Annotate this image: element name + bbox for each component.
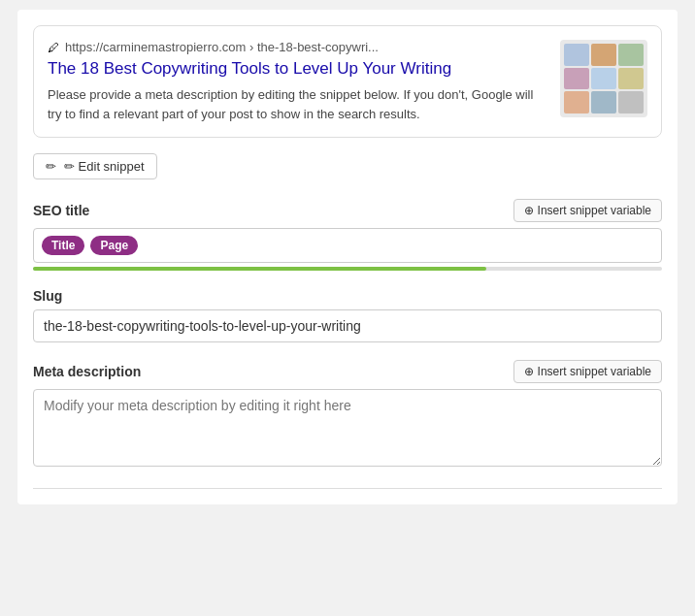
meta-description-textarea[interactable] bbox=[33, 389, 662, 467]
meta-description-section: Meta description ⊕ Insert snippet variab… bbox=[33, 360, 662, 470]
thumb-cell-7 bbox=[564, 91, 589, 113]
thumb-cell-6 bbox=[618, 68, 644, 90]
plus-circle-icon: ⊕ bbox=[524, 204, 534, 217]
seo-title-input[interactable]: Title Page bbox=[33, 228, 662, 263]
slug-section: Slug bbox=[33, 288, 662, 342]
tag-page[interactable]: Page bbox=[90, 236, 138, 255]
seo-title-insert-label: Insert snippet variable bbox=[538, 204, 651, 217]
edit-pencil-icon: ✏ bbox=[46, 159, 56, 174]
plus-circle-icon-2: ⊕ bbox=[524, 365, 534, 378]
seo-title-progress-bar bbox=[33, 267, 662, 271]
slug-input[interactable] bbox=[33, 309, 662, 342]
thumb-cell-2 bbox=[591, 44, 616, 66]
preview-title[interactable]: The 18 Best Copywriting Tools to Level U… bbox=[48, 58, 546, 80]
preview-description: Please provide a meta description by edi… bbox=[48, 85, 546, 123]
meta-description-label: Meta description bbox=[33, 364, 141, 379]
edit-snippet-label: ✏ Edit snippet bbox=[64, 159, 145, 174]
bottom-divider bbox=[33, 488, 662, 489]
thumb-cell-5 bbox=[591, 68, 616, 90]
pencil-icon: 🖊 bbox=[48, 41, 59, 54]
preview-thumbnail bbox=[560, 40, 647, 117]
preview-url: https://carminemastropierro.com › the-18… bbox=[65, 40, 379, 54]
main-container: 🖊 https://carminemastropierro.com › the-… bbox=[17, 10, 678, 504]
tag-title[interactable]: Title bbox=[42, 236, 84, 255]
meta-description-header: Meta description ⊕ Insert snippet variab… bbox=[33, 360, 662, 383]
thumb-cell-8 bbox=[591, 91, 616, 113]
meta-description-insert-label: Insert snippet variable bbox=[538, 365, 651, 378]
seo-title-section: SEO title ⊕ Insert snippet variable Titl… bbox=[33, 199, 662, 271]
seo-title-header: SEO title ⊕ Insert snippet variable bbox=[33, 199, 662, 222]
thumb-cell-4 bbox=[564, 68, 589, 90]
seo-title-insert-variable-button[interactable]: ⊕ Insert snippet variable bbox=[513, 199, 662, 222]
seo-title-progress-fill bbox=[33, 267, 486, 271]
meta-description-insert-variable-button[interactable]: ⊕ Insert snippet variable bbox=[513, 360, 662, 383]
preview-card: 🖊 https://carminemastropierro.com › the-… bbox=[33, 25, 662, 138]
preview-content: 🖊 https://carminemastropierro.com › the-… bbox=[48, 40, 546, 123]
thumb-cell-3 bbox=[618, 44, 644, 66]
preview-url-row: 🖊 https://carminemastropierro.com › the-… bbox=[48, 40, 546, 54]
edit-snippet-button[interactable]: ✏ ✏ Edit snippet bbox=[33, 153, 157, 179]
thumb-cell-1 bbox=[564, 44, 589, 66]
thumb-cell-9 bbox=[618, 91, 644, 113]
seo-title-label: SEO title bbox=[33, 203, 89, 218]
slug-label: Slug bbox=[33, 288, 62, 304]
slug-header: Slug bbox=[33, 288, 662, 304]
